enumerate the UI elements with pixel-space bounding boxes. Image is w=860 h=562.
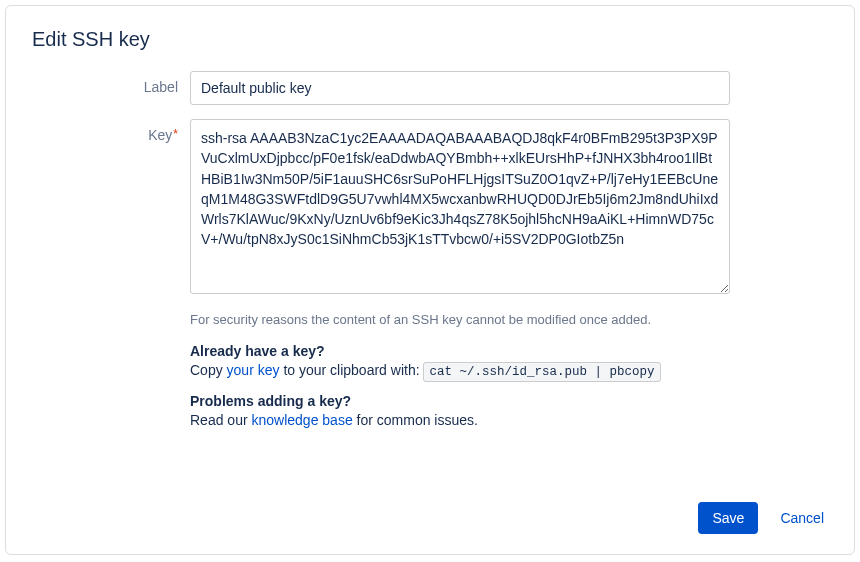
key-label-text: Key [148, 127, 172, 143]
already-have-text: Copy your key to your clipboard with: ca… [190, 362, 730, 379]
problems-prefix: Read our [190, 412, 251, 428]
label-field-label: Label [32, 71, 190, 105]
problems-heading: Problems adding a key? [190, 393, 730, 409]
dialog-title: Edit SSH key [32, 28, 828, 51]
problems-text: Read our knowledge base for common issue… [190, 412, 730, 428]
already-have-mid: to your clipboard with: [280, 362, 424, 378]
key-row: Key* [32, 119, 828, 298]
already-have-heading: Already have a key? [190, 343, 730, 359]
key-field-label: Key* [32, 119, 190, 298]
key-textarea[interactable] [190, 119, 730, 294]
label-input[interactable] [190, 71, 730, 105]
label-field-wrap [190, 71, 828, 105]
edit-ssh-key-dialog: Edit SSH key Label Key* For security rea… [5, 5, 855, 555]
label-row: Label [32, 71, 828, 105]
knowledge-base-link[interactable]: knowledge base [251, 412, 352, 428]
save-button[interactable]: Save [698, 502, 758, 534]
already-have-prefix: Copy [190, 362, 227, 378]
required-asterisk: * [173, 127, 178, 141]
your-key-link[interactable]: your key [227, 362, 280, 378]
cancel-button[interactable]: Cancel [776, 502, 828, 534]
problems-suffix: for common issues. [353, 412, 478, 428]
help-block: For security reasons the content of an S… [190, 312, 730, 428]
button-row: Save Cancel [698, 502, 828, 534]
key-field-wrap [190, 119, 828, 298]
security-hint: For security reasons the content of an S… [190, 312, 730, 327]
copy-command: cat ~/.ssh/id_rsa.pub | pbcopy [423, 362, 660, 382]
